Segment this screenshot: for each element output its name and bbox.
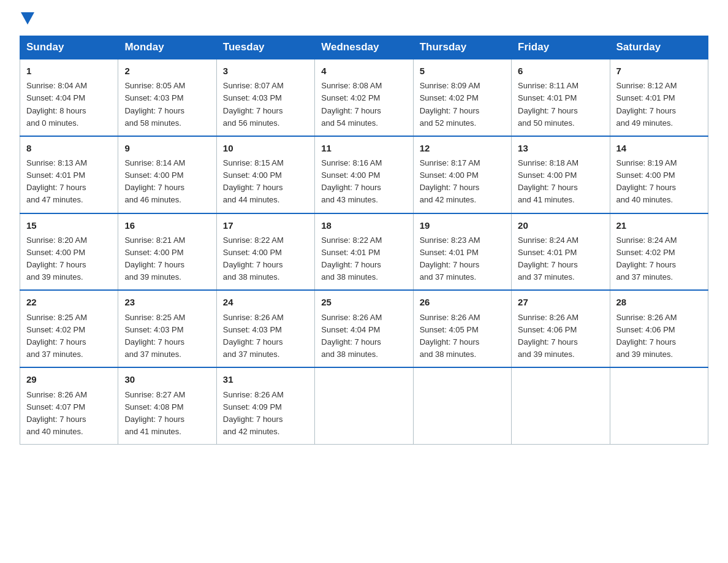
day-number: 26: [420, 295, 505, 309]
day-info: Sunrise: 8:26 AM Sunset: 4:03 PM Dayligh…: [223, 312, 308, 361]
day-cell: 23Sunrise: 8:25 AM Sunset: 4:03 PM Dayli…: [118, 290, 216, 367]
day-number: 17: [223, 218, 308, 232]
day-info: Sunrise: 8:24 AM Sunset: 4:02 PM Dayligh…: [616, 234, 702, 284]
day-cell: 7Sunrise: 8:12 AM Sunset: 4:01 PM Daylig…: [610, 59, 708, 136]
day-cell: [315, 367, 413, 444]
day-cell: [610, 367, 708, 444]
day-info: Sunrise: 8:19 AM Sunset: 4:00 PM Dayligh…: [616, 157, 702, 207]
day-info: Sunrise: 8:26 AM Sunset: 4:07 PM Dayligh…: [26, 389, 112, 439]
day-cell: 9Sunrise: 8:14 AM Sunset: 4:00 PM Daylig…: [118, 136, 216, 213]
day-info: Sunrise: 8:26 AM Sunset: 4:06 PM Dayligh…: [518, 312, 603, 361]
day-info: Sunrise: 8:05 AM Sunset: 4:03 PM Dayligh…: [124, 80, 210, 129]
day-number: 27: [518, 295, 603, 309]
day-info: Sunrise: 8:18 AM Sunset: 4:00 PM Dayligh…: [518, 157, 603, 207]
day-cell: 29Sunrise: 8:26 AM Sunset: 4:07 PM Dayli…: [20, 367, 118, 444]
days-header-row: SundayMondayTuesdayWednesdayThursdayFrid…: [20, 36, 708, 59]
day-header-sunday: Sunday: [20, 36, 118, 59]
day-number: 15: [26, 218, 112, 232]
day-number: 24: [223, 295, 308, 309]
day-number: 11: [321, 141, 406, 155]
day-cell: 19Sunrise: 8:23 AM Sunset: 4:01 PM Dayli…: [413, 213, 511, 291]
day-number: 12: [420, 141, 505, 155]
day-cell: 11Sunrise: 8:16 AM Sunset: 4:00 PM Dayli…: [315, 136, 413, 213]
day-info: Sunrise: 8:17 AM Sunset: 4:00 PM Dayligh…: [420, 157, 505, 207]
day-info: Sunrise: 8:16 AM Sunset: 4:00 PM Dayligh…: [321, 157, 406, 207]
day-cell: 10Sunrise: 8:15 AM Sunset: 4:00 PM Dayli…: [216, 136, 314, 213]
day-cell: 2Sunrise: 8:05 AM Sunset: 4:03 PM Daylig…: [118, 59, 216, 136]
day-cell: 1Sunrise: 8:04 AM Sunset: 4:04 PM Daylig…: [20, 59, 118, 136]
day-cell: 21Sunrise: 8:24 AM Sunset: 4:02 PM Dayli…: [610, 213, 708, 291]
day-info: Sunrise: 8:12 AM Sunset: 4:01 PM Dayligh…: [616, 80, 702, 129]
day-info: Sunrise: 8:22 AM Sunset: 4:00 PM Dayligh…: [223, 234, 308, 284]
day-cell: 6Sunrise: 8:11 AM Sunset: 4:01 PM Daylig…: [512, 59, 610, 136]
day-number: 16: [124, 218, 210, 232]
day-number: 29: [26, 372, 112, 386]
day-cell: 4Sunrise: 8:08 AM Sunset: 4:02 PM Daylig…: [315, 59, 413, 136]
day-number: 7: [616, 64, 702, 78]
day-header-friday: Friday: [512, 36, 610, 59]
day-cell: 31Sunrise: 8:26 AM Sunset: 4:09 PM Dayli…: [216, 367, 314, 444]
week-row-2: 8Sunrise: 8:13 AM Sunset: 4:01 PM Daylig…: [20, 136, 708, 213]
day-number: 31: [223, 372, 308, 386]
day-number: 20: [518, 218, 603, 232]
day-cell: [413, 367, 511, 444]
day-cell: 15Sunrise: 8:20 AM Sunset: 4:00 PM Dayli…: [20, 213, 118, 291]
day-info: Sunrise: 8:26 AM Sunset: 4:06 PM Dayligh…: [616, 312, 702, 361]
day-number: 1: [26, 64, 112, 78]
day-info: Sunrise: 8:07 AM Sunset: 4:03 PM Dayligh…: [223, 80, 308, 129]
day-cell: 17Sunrise: 8:22 AM Sunset: 4:00 PM Dayli…: [216, 213, 314, 291]
day-number: 30: [124, 372, 210, 386]
day-info: Sunrise: 8:24 AM Sunset: 4:01 PM Dayligh…: [518, 234, 603, 284]
day-cell: 8Sunrise: 8:13 AM Sunset: 4:01 PM Daylig…: [20, 136, 118, 213]
day-info: Sunrise: 8:23 AM Sunset: 4:01 PM Dayligh…: [420, 234, 505, 284]
day-header-tuesday: Tuesday: [216, 36, 314, 59]
day-info: Sunrise: 8:26 AM Sunset: 4:09 PM Dayligh…: [223, 389, 308, 439]
day-cell: 30Sunrise: 8:27 AM Sunset: 4:08 PM Dayli…: [118, 367, 216, 444]
day-info: Sunrise: 8:15 AM Sunset: 4:00 PM Dayligh…: [223, 157, 308, 207]
day-number: 28: [616, 295, 702, 309]
day-header-thursday: Thursday: [413, 36, 511, 59]
day-number: 25: [321, 295, 406, 309]
day-info: Sunrise: 8:11 AM Sunset: 4:01 PM Dayligh…: [518, 80, 603, 129]
day-cell: 26Sunrise: 8:26 AM Sunset: 4:05 PM Dayli…: [413, 290, 511, 367]
day-number: 6: [518, 64, 603, 78]
day-cell: 14Sunrise: 8:19 AM Sunset: 4:00 PM Dayli…: [610, 136, 708, 213]
day-number: 21: [616, 218, 702, 232]
day-cell: 22Sunrise: 8:25 AM Sunset: 4:02 PM Dayli…: [20, 290, 118, 367]
day-number: 10: [223, 141, 308, 155]
page-header: [20, 15, 708, 25]
day-cell: 13Sunrise: 8:18 AM Sunset: 4:00 PM Dayli…: [512, 136, 610, 213]
day-info: Sunrise: 8:09 AM Sunset: 4:02 PM Dayligh…: [420, 80, 505, 129]
day-info: Sunrise: 8:13 AM Sunset: 4:01 PM Dayligh…: [26, 157, 112, 207]
day-info: Sunrise: 8:08 AM Sunset: 4:02 PM Dayligh…: [321, 80, 406, 129]
day-info: Sunrise: 8:22 AM Sunset: 4:01 PM Dayligh…: [321, 234, 406, 284]
week-row-4: 22Sunrise: 8:25 AM Sunset: 4:02 PM Dayli…: [20, 290, 708, 367]
day-number: 23: [124, 295, 210, 309]
day-number: 8: [26, 141, 112, 155]
day-cell: [512, 367, 610, 444]
day-cell: 3Sunrise: 8:07 AM Sunset: 4:03 PM Daylig…: [216, 59, 314, 136]
day-info: Sunrise: 8:26 AM Sunset: 4:04 PM Dayligh…: [321, 312, 406, 361]
day-info: Sunrise: 8:21 AM Sunset: 4:00 PM Dayligh…: [124, 234, 210, 284]
day-number: 5: [420, 64, 505, 78]
day-number: 4: [321, 64, 406, 78]
day-info: Sunrise: 8:25 AM Sunset: 4:03 PM Dayligh…: [124, 312, 210, 361]
week-row-1: 1Sunrise: 8:04 AM Sunset: 4:04 PM Daylig…: [20, 59, 708, 136]
day-cell: 16Sunrise: 8:21 AM Sunset: 4:00 PM Dayli…: [118, 213, 216, 291]
day-info: Sunrise: 8:27 AM Sunset: 4:08 PM Dayligh…: [124, 389, 210, 439]
day-number: 3: [223, 64, 308, 78]
day-header-monday: Monday: [118, 36, 216, 59]
day-cell: 20Sunrise: 8:24 AM Sunset: 4:01 PM Dayli…: [512, 213, 610, 291]
svg-marker-0: [21, 12, 34, 25]
day-number: 19: [420, 218, 505, 232]
week-row-3: 15Sunrise: 8:20 AM Sunset: 4:00 PM Dayli…: [20, 213, 708, 291]
day-info: Sunrise: 8:25 AM Sunset: 4:02 PM Dayligh…: [26, 312, 112, 361]
day-cell: 27Sunrise: 8:26 AM Sunset: 4:06 PM Dayli…: [512, 290, 610, 367]
day-number: 13: [518, 141, 603, 155]
day-info: Sunrise: 8:04 AM Sunset: 4:04 PM Dayligh…: [26, 80, 112, 129]
day-number: 18: [321, 218, 406, 232]
day-info: Sunrise: 8:26 AM Sunset: 4:05 PM Dayligh…: [420, 312, 505, 361]
logo: [20, 15, 34, 25]
day-header-wednesday: Wednesday: [315, 36, 413, 59]
day-cell: 28Sunrise: 8:26 AM Sunset: 4:06 PM Dayli…: [610, 290, 708, 367]
